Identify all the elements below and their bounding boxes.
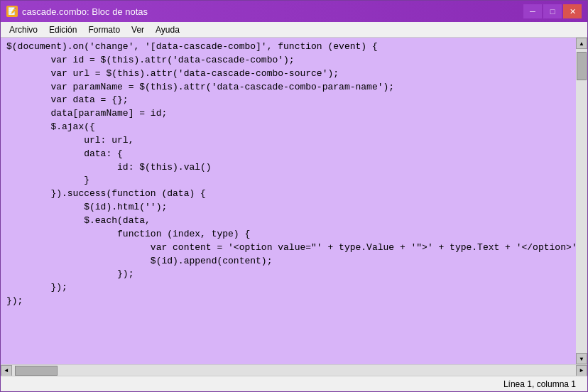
window-controls: ─ □ ✕: [523, 4, 582, 18]
window-title: cascade.combo: Bloc de notas: [22, 6, 148, 17]
title-bar-left: 📝 cascade.combo: Bloc de notas: [6, 6, 148, 17]
title-bar: 📝 cascade.combo: Bloc de notas ─ □ ✕: [1, 1, 587, 22]
menu-edicion[interactable]: Edición: [43, 22, 82, 38]
close-button[interactable]: ✕: [563, 4, 582, 18]
menu-formato[interactable]: Formato: [82, 22, 126, 38]
vertical-scrollbar: ▲ ▼: [576, 38, 587, 364]
scroll-up-button[interactable]: ▲: [576, 38, 587, 49]
maximize-button[interactable]: □: [543, 4, 562, 18]
scroll-left-button[interactable]: ◄: [1, 365, 12, 376]
horizontal-scrollbar: ◄ ►: [1, 364, 587, 376]
status-bar: Línea 1, columna 1: [1, 376, 587, 391]
minimize-button[interactable]: ─: [523, 4, 542, 18]
menu-ver[interactable]: Ver: [126, 22, 150, 38]
app-icon: 📝: [6, 6, 18, 17]
menu-bar: Archivo Edición Formato Ver Ayuda: [1, 22, 587, 38]
menu-ayuda[interactable]: Ayuda: [150, 22, 185, 38]
scroll-thumb-y[interactable]: [577, 52, 587, 80]
scroll-right-button[interactable]: ►: [576, 365, 587, 376]
menu-archivo[interactable]: Archivo: [4, 22, 43, 38]
scroll-thumb-x[interactable]: [15, 366, 58, 376]
scroll-down-button[interactable]: ▼: [576, 353, 587, 364]
scroll-track-y[interactable]: [576, 49, 587, 353]
scroll-track-x[interactable]: [12, 365, 576, 376]
cursor-position: Línea 1, columna 1: [503, 379, 576, 389]
main-window: 📝 cascade.combo: Bloc de notas ─ □ ✕ Arc…: [0, 0, 588, 392]
code-editor[interactable]: $(document).on('change', '[data-cascade-…: [1, 38, 576, 364]
editor-area: $(document).on('change', '[data-cascade-…: [1, 38, 587, 364]
